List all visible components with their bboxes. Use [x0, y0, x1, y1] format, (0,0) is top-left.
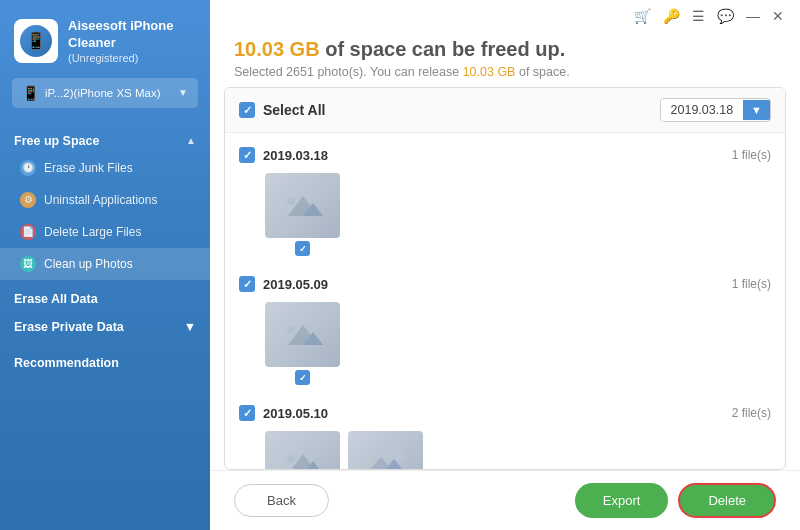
photo-thumb[interactable]: [348, 431, 423, 469]
close-icon[interactable]: ✕: [772, 8, 784, 24]
erase-private-collapse-icon: ▼: [184, 320, 196, 334]
photo-thumb[interactable]: [265, 173, 340, 238]
app-title-block: Aiseesoft iPhone Cleaner (Unregistered): [68, 18, 173, 64]
uninstall-apps-icon: ⚙: [20, 192, 36, 208]
app-title: Aiseesoft iPhone Cleaner: [68, 18, 173, 52]
date-group-2-count: 2 file(s): [732, 406, 771, 420]
date-group-1-checkbox[interactable]: ✓: [239, 276, 255, 292]
freed-suffix: of space can be freed up.: [325, 38, 565, 60]
date-group-2-thumbs: ✓: [225, 427, 785, 469]
photo-thumb-wrap: ✓: [265, 302, 340, 385]
sidebar-item-uninstall-apps[interactable]: ⚙ Uninstall Applications: [0, 184, 210, 216]
photo-thumb-wrap: ✓: [265, 431, 340, 469]
erase-junk-icon: 🕐: [20, 160, 36, 176]
nav-section-recommendation[interactable]: Recommendation: [0, 344, 210, 374]
thumb-checkbox[interactable]: ✓: [295, 241, 310, 256]
select-all-checkmark: ✓: [243, 104, 252, 117]
photo-thumb-wrap: ✓: [348, 431, 423, 469]
photo-thumb[interactable]: [265, 302, 340, 367]
select-all-label: Select All: [263, 102, 326, 118]
device-phone-icon: 📱: [22, 85, 39, 101]
minimize-icon[interactable]: —: [746, 8, 760, 24]
select-all-checkbox[interactable]: ✓: [239, 102, 255, 118]
photo-list: ✓ 2019.03.18 1 file(s): [225, 133, 785, 469]
date-group-0: ✓ 2019.03.18 1 file(s): [225, 141, 785, 264]
device-dropdown-icon: ▼: [178, 87, 188, 98]
photo-placeholder: [265, 431, 340, 469]
freed-space-subtitle: Selected 2651 photo(s). You can release …: [234, 65, 776, 79]
date-group-2-label: 2019.05.10: [263, 406, 724, 421]
photo-placeholder: [348, 431, 423, 469]
bottom-bar: Back Export Delete: [210, 470, 800, 530]
free-up-space-collapse-icon: ▲: [186, 135, 196, 146]
chat-icon[interactable]: 💬: [717, 8, 734, 24]
content-header: 10.03 GB of space can be freed up. Selec…: [210, 28, 800, 87]
date-group-2-header: ✓ 2019.05.10 2 file(s): [225, 399, 785, 427]
photo-placeholder: [265, 173, 340, 238]
delete-button[interactable]: Delete: [678, 483, 776, 518]
sidebar-item-erase-junk[interactable]: 🕐 Erase Junk Files: [0, 152, 210, 184]
device-selector[interactable]: 📱 iP...2)(iPhone XS Max) ▼: [12, 78, 198, 108]
date-filter-value: 2019.03.18: [661, 99, 744, 121]
date-group-1-thumbs: ✓: [225, 298, 785, 393]
sidebar-nav: Free up Space ▲ 🕐 Erase Junk Files ⚙ Uni…: [0, 120, 210, 530]
freed-space-title: 10.03 GB of space can be freed up.: [234, 38, 776, 61]
app-logo-icon: 📱: [26, 31, 46, 50]
list-header: ✓ Select All 2019.03.18 ▼: [225, 88, 785, 133]
sidebar: 📱 Aiseesoft iPhone Cleaner (Unregistered…: [0, 0, 210, 530]
app-logo: 📱: [14, 19, 58, 63]
date-group-0-header: ✓ 2019.03.18 1 file(s): [225, 141, 785, 169]
photo-list-area: ✓ Select All 2019.03.18 ▼ ✓ 2019.03.18 1…: [224, 87, 786, 470]
date-group-1-label: 2019.05.09: [263, 277, 724, 292]
date-group-0-thumbs: ✓: [225, 169, 785, 264]
freed-size: 10.03 GB: [234, 38, 320, 60]
back-button[interactable]: Back: [234, 484, 329, 517]
photo-thumb[interactable]: [265, 431, 340, 469]
svg-point-5: [287, 326, 295, 334]
photo-placeholder: [265, 302, 340, 367]
sidebar-header: 📱 Aiseesoft iPhone Cleaner (Unregistered…: [0, 0, 210, 78]
svg-point-8: [287, 455, 295, 463]
date-filter-dropdown[interactable]: 2019.03.18 ▼: [660, 98, 771, 122]
date-group-1-count: 1 file(s): [732, 277, 771, 291]
top-bar: 🛒 🔑 ☰ 💬 — ✕: [210, 0, 800, 28]
delete-large-icon: 📄: [20, 224, 36, 240]
nav-section-free-up-space[interactable]: Free up Space ▲: [0, 124, 210, 152]
date-group-2-checkbox[interactable]: ✓: [239, 405, 255, 421]
date-group-1-header: ✓ 2019.05.09 1 file(s): [225, 270, 785, 298]
main-content: 🛒 🔑 ☰ 💬 — ✕ 10.03 GB of space can be fre…: [210, 0, 800, 530]
date-group-1: ✓ 2019.05.09 1 file(s): [225, 270, 785, 393]
date-filter-arrow[interactable]: ▼: [743, 100, 770, 120]
nav-section-erase-private[interactable]: Erase Private Data ▼: [0, 310, 210, 344]
sidebar-item-clean-photos[interactable]: 🖼 Clean up Photos: [0, 248, 210, 280]
thumb-checkbox[interactable]: ✓: [295, 370, 310, 385]
select-all-section: ✓ Select All: [239, 102, 660, 118]
date-group-0-count: 1 file(s): [732, 148, 771, 162]
photo-thumb-wrap: ✓: [265, 173, 340, 256]
key-icon[interactable]: 🔑: [663, 8, 680, 24]
nav-section-erase-all[interactable]: Erase All Data: [0, 280, 210, 310]
date-group-2: ✓ 2019.05.10 2 file(s): [225, 399, 785, 469]
clean-photos-icon: 🖼: [20, 256, 36, 272]
app-subtitle: (Unregistered): [68, 52, 173, 64]
date-group-0-checkbox[interactable]: ✓: [239, 147, 255, 163]
sidebar-item-delete-large[interactable]: 📄 Delete Large Files: [0, 216, 210, 248]
device-name: iP...2)(iPhone XS Max): [45, 87, 172, 99]
svg-point-11: [394, 453, 402, 461]
export-button[interactable]: Export: [575, 483, 669, 518]
cart-icon[interactable]: 🛒: [634, 8, 651, 24]
svg-point-2: [287, 197, 295, 205]
menu-icon[interactable]: ☰: [692, 8, 705, 24]
date-group-0-label: 2019.03.18: [263, 148, 724, 163]
action-buttons: Export Delete: [575, 483, 776, 518]
